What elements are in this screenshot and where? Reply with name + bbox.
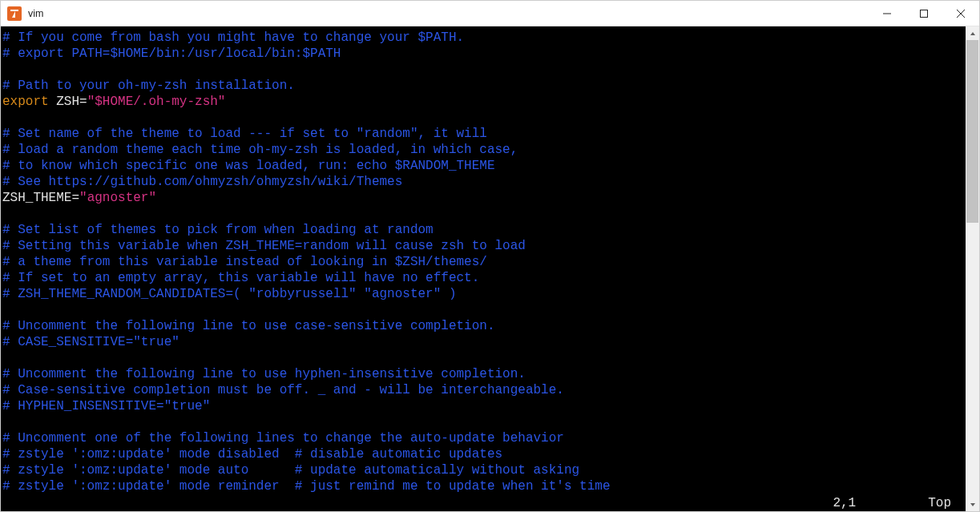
editor-viewport[interactable]: # If you come from bash you might have t…	[1, 26, 966, 511]
code-segment: "$HOME/.oh-my-zsh"	[87, 95, 226, 109]
editor-line	[2, 62, 964, 78]
chevron-up-icon	[970, 30, 976, 37]
editor-line: # Path to your oh-my-zsh installation.	[2, 78, 964, 94]
maximize-icon	[920, 10, 928, 18]
editor-line: # HYPHEN_INSENSITIVE="true"	[2, 398, 964, 414]
maximize-button[interactable]	[905, 1, 942, 26]
minimize-icon	[883, 10, 891, 18]
editor-line: # CASE_SENSITIVE="true"	[2, 334, 964, 350]
scroll-indicator: Top	[928, 496, 951, 510]
cursor-position: 2,1	[833, 496, 856, 510]
code-segment: # zstyle ':omz:update' mode auto # updat…	[2, 463, 579, 478]
editor-line: # Case-sensitive completion must be off.…	[2, 382, 964, 398]
editor-line	[2, 414, 964, 430]
code-segment: # Set list of themes to pick from when l…	[2, 223, 434, 237]
code-segment: ZSH_THEME	[2, 191, 71, 205]
editor-line: # a theme from this variable instead of …	[2, 254, 964, 270]
code-segment: # Uncomment one of the following lines t…	[2, 431, 564, 445]
editor-line	[2, 206, 964, 222]
code-segment: # If set to an empty array, this variabl…	[2, 271, 479, 285]
vim-status-line: 2,1 Top	[1, 495, 966, 511]
window-title: vim	[28, 8, 43, 19]
editor-line: # zstyle ':omz:update' mode auto # updat…	[2, 462, 964, 478]
code-segment: # Set name of the theme to load --- if s…	[2, 127, 487, 141]
code-segment: # zstyle ':omz:update' mode disabled # d…	[2, 447, 502, 462]
editor-line: ZSH_THEME="agnoster"	[2, 190, 964, 206]
editor-line	[2, 350, 964, 366]
code-segment: # If you come from bash you might have t…	[2, 30, 464, 45]
editor-line: # ZSH_THEME_RANDOM_CANDIDATES=( "robbyru…	[2, 286, 964, 302]
editor-line	[2, 302, 964, 318]
minimize-button[interactable]	[869, 1, 905, 26]
editor-line: # If set to an empty array, this variabl…	[2, 270, 964, 286]
svg-marker-4	[970, 32, 975, 35]
editor-line: # Setting this variable when ZSH_THEME=r…	[2, 238, 964, 254]
editor-line: # zstyle ':omz:update' mode reminder # j…	[2, 478, 964, 494]
editor-line: # If you come from bash you might have t…	[2, 30, 964, 46]
close-button[interactable]	[942, 1, 979, 26]
editor-line: # Uncomment the following line to use ca…	[2, 318, 964, 334]
code-segment: =	[79, 95, 87, 109]
code-segment: =	[71, 191, 79, 205]
code-segment: # Uncomment the following line to use ca…	[2, 319, 495, 333]
code-segment: # CASE_SENSITIVE="true"	[2, 335, 179, 349]
vertical-scrollbar[interactable]	[966, 26, 979, 511]
code-segment: # Path to your oh-my-zsh installation.	[2, 79, 295, 93]
editor-line	[2, 110, 964, 126]
svg-rect-1	[921, 10, 928, 17]
code-segment: "agnoster"	[79, 191, 156, 205]
code-segment: # Setting this variable when ZSH_THEME=r…	[2, 239, 526, 253]
code-segment: export	[2, 95, 49, 109]
vim-app-icon	[7, 6, 22, 21]
code-segment: ZSH	[49, 95, 79, 109]
code-segment: # zstyle ':omz:update' mode reminder # j…	[2, 479, 611, 494]
code-segment: # Uncomment the following line to use hy…	[2, 367, 526, 381]
scrollbar-thumb[interactable]	[966, 40, 978, 223]
editor-line: # to know which specific one was loaded,…	[2, 158, 964, 174]
app-window: vim # If you come from bash you might ha…	[0, 0, 980, 512]
editor-line: # Uncomment the following line to use hy…	[2, 366, 964, 382]
editor-line: # Uncomment one of the following lines t…	[2, 430, 964, 446]
editor-line: # load a random theme each time oh-my-zs…	[2, 142, 964, 158]
code-segment: # ZSH_THEME_RANDOM_CANDIDATES=( "robbyru…	[2, 287, 457, 301]
client-area: # If you come from bash you might have t…	[1, 26, 979, 511]
code-segment: # Case-sensitive completion must be off.…	[2, 383, 564, 397]
scroll-up-button[interactable]	[966, 26, 979, 40]
code-segment: # load a random theme each time oh-my-zs…	[2, 143, 518, 157]
close-icon	[957, 10, 965, 18]
editor-line: # Set list of themes to pick from when l…	[2, 222, 964, 238]
editor-line: # zstyle ':omz:update' mode disabled # d…	[2, 446, 964, 462]
editor-line: # See https://github.com/ohmyzsh/ohmyzsh…	[2, 174, 964, 190]
code-segment: # a theme from this variable instead of …	[2, 255, 487, 269]
svg-marker-5	[970, 503, 975, 506]
code-segment: # HYPHEN_INSENSITIVE="true"	[2, 399, 210, 413]
titlebar[interactable]: vim	[1, 1, 979, 26]
editor-line: # export PATH=$HOME/bin:/usr/local/bin:$…	[2, 46, 964, 62]
code-segment: # to know which specific one was loaded,…	[2, 159, 495, 173]
editor-line: # Set name of the theme to load --- if s…	[2, 126, 964, 142]
editor-line: export ZSH="$HOME/.oh-my-zsh"	[2, 94, 964, 110]
scroll-down-button[interactable]	[966, 498, 979, 511]
code-segment: # See https://github.com/ohmyzsh/ohmyzsh…	[2, 175, 402, 189]
scrollbar-track[interactable]	[966, 40, 979, 498]
chevron-down-icon	[970, 502, 976, 508]
code-segment: # export PATH=$HOME/bin:/usr/local/bin:$…	[2, 46, 341, 61]
